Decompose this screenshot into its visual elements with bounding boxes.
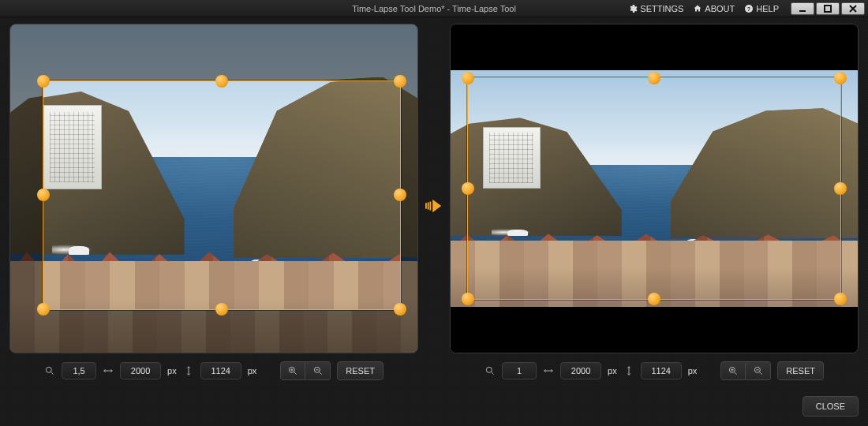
crop-handle-ml[interactable] xyxy=(37,189,50,201)
right-width-unit: px xyxy=(608,366,617,376)
right-width-input[interactable]: 2000 xyxy=(560,362,601,379)
crop-handle-bl[interactable] xyxy=(37,303,50,316)
help-label: HELP xyxy=(756,4,779,13)
svg-point-10 xyxy=(486,367,492,372)
letterbox-bottom xyxy=(451,307,858,353)
left-height-input[interactable]: 1124 xyxy=(200,362,241,379)
crop-handle-tl[interactable] xyxy=(37,75,50,88)
width-icon xyxy=(103,365,114,376)
left-width-unit: px xyxy=(167,366,177,376)
left-height-unit: px xyxy=(248,366,257,376)
close-button[interactable]: CLOSE xyxy=(803,396,859,417)
settings-label: SETTINGS xyxy=(640,4,683,13)
right-panel-wrap: 1 2000 px 1124 px xyxy=(450,24,859,388)
svg-point-4 xyxy=(46,367,51,372)
crop-handle-mr[interactable] xyxy=(394,189,406,201)
zoom-out-icon xyxy=(312,365,324,376)
help-icon: ? xyxy=(744,4,754,13)
left-zoom-input[interactable]: 1,5 xyxy=(62,362,96,379)
svg-rect-8 xyxy=(428,202,429,209)
crop-handle-ml[interactable] xyxy=(462,182,474,195)
right-height-input[interactable]: 1124 xyxy=(641,362,682,379)
svg-rect-2 xyxy=(799,10,806,12)
crop-handle-tl[interactable] xyxy=(462,72,474,84)
transition-arrow xyxy=(418,24,450,388)
svg-rect-9 xyxy=(430,202,432,211)
zoom-out-icon xyxy=(753,365,764,376)
width-icon xyxy=(543,365,554,376)
svg-text:?: ? xyxy=(747,6,750,11)
home-icon xyxy=(693,4,702,13)
left-width-input[interactable]: 2000 xyxy=(120,362,161,379)
help-link[interactable]: ? HELP xyxy=(740,2,783,15)
crop-handle-br[interactable] xyxy=(394,303,406,316)
left-controls: 1,5 2000 px 1124 px xyxy=(9,353,418,388)
svg-rect-3 xyxy=(825,6,831,12)
zoom-in-icon xyxy=(728,365,739,376)
left-zoom-out-button[interactable] xyxy=(305,361,331,380)
magnifier-icon xyxy=(44,365,55,376)
crop-handle-bm[interactable] xyxy=(648,293,660,305)
crop-handle-bm[interactable] xyxy=(215,303,228,316)
minimize-button[interactable] xyxy=(791,2,814,15)
settings-link[interactable]: SETTINGS xyxy=(624,2,687,15)
gear-icon xyxy=(628,4,638,13)
left-zoom-in-button[interactable] xyxy=(280,361,305,380)
about-link[interactable]: ABOUT xyxy=(689,2,739,15)
about-label: ABOUT xyxy=(705,4,735,13)
left-preview-panel[interactable] xyxy=(9,24,418,353)
crop-handle-tr[interactable] xyxy=(394,75,406,88)
height-icon xyxy=(183,365,194,376)
right-crop-rect[interactable] xyxy=(467,77,842,301)
right-zoom-out-button[interactable] xyxy=(746,361,771,380)
crop-handle-bl[interactable] xyxy=(462,293,474,305)
crop-handle-br[interactable] xyxy=(834,293,847,305)
right-reset-button[interactable]: RESET xyxy=(777,361,824,380)
letterbox-top xyxy=(451,24,858,70)
left-crop-rect[interactable] xyxy=(43,80,401,310)
right-height-unit: px xyxy=(688,366,698,376)
svg-rect-7 xyxy=(425,203,427,208)
height-icon xyxy=(623,365,634,376)
crop-handle-tm[interactable] xyxy=(215,75,228,88)
editor-area: 1,5 2000 px 1124 px xyxy=(9,24,859,388)
close-window-button[interactable] xyxy=(841,2,865,15)
left-panel-wrap: 1,5 2000 px 1124 px xyxy=(9,24,418,388)
zoom-in-icon xyxy=(287,365,298,376)
right-zoom-in-button[interactable] xyxy=(720,361,746,380)
right-zoom-input[interactable]: 1 xyxy=(502,362,537,379)
maximize-button[interactable] xyxy=(816,2,840,15)
right-preview-panel[interactable] xyxy=(450,24,859,353)
right-controls: 1 2000 px 1124 px xyxy=(450,353,859,388)
left-reset-button[interactable]: RESET xyxy=(337,361,383,380)
title-bar: Time-Lapse Tool Demo* - Time-Lapse Tool … xyxy=(0,0,868,17)
crop-handle-tr[interactable] xyxy=(834,72,847,84)
footer: CLOSE xyxy=(9,394,859,418)
crop-handle-tm[interactable] xyxy=(648,72,660,84)
magnifier-icon xyxy=(485,365,496,376)
crop-handle-mr[interactable] xyxy=(834,182,847,195)
